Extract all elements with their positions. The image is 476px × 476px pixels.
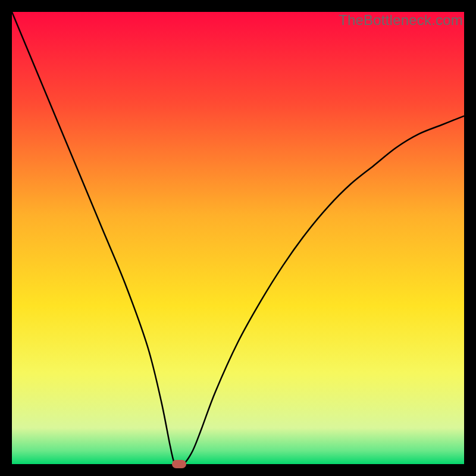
optimal-point-marker [172,460,186,468]
watermark-text: TheBottleneck.com [339,12,463,29]
chart-frame: TheBottleneck.com [12,12,464,464]
chart-canvas [12,12,464,464]
gradient-background [12,12,464,464]
